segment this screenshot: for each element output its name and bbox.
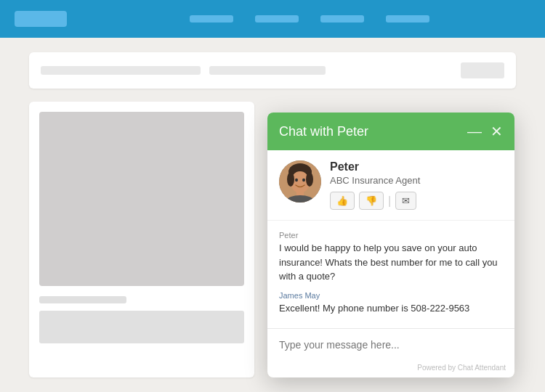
nav-item-4[interactable] [386, 15, 429, 23]
agent-profile: Peter ABC Insurance Agent 👍 👎 | ✉ [267, 150, 514, 221]
logo[interactable] [15, 11, 67, 27]
content-line-1 [39, 296, 126, 303]
agent-avatar [279, 160, 321, 203]
action-divider: | [388, 195, 391, 208]
minimize-button[interactable]: — [467, 124, 482, 139]
search-button[interactable] [461, 62, 504, 78]
chat-messages: Peter I would be happy to help you save … [267, 221, 514, 328]
message-1: Peter I would be happy to help you save … [279, 231, 503, 284]
agent-actions: 👍 👎 | ✉ [330, 192, 503, 210]
content-line-2 [39, 311, 244, 343]
thumbs-down-button[interactable]: 👎 [359, 192, 384, 210]
agent-name: Peter [330, 160, 503, 173]
agent-info: Peter ABC Insurance Agent 👍 👎 | ✉ [330, 160, 503, 210]
svg-point-6 [302, 179, 305, 181]
message-1-text: I would be happy to help you save on you… [279, 241, 503, 284]
email-button[interactable]: ✉ [395, 192, 416, 210]
message-2-sender: James May [279, 291, 503, 300]
nav-item-3[interactable] [320, 15, 364, 23]
agent-company: ABC Insurance Agent [330, 175, 503, 186]
thumbs-down-icon: 👎 [366, 195, 377, 206]
chat-input-area [267, 328, 514, 361]
content-image [39, 112, 244, 286]
top-navigation [0, 0, 545, 38]
main-content: Chat with Peter — ✕ [29, 102, 516, 377]
page-body: Chat with Peter — ✕ [0, 38, 545, 392]
nav-item-1[interactable] [190, 15, 233, 23]
svg-point-4 [306, 172, 313, 187]
thumbs-up-button[interactable]: 👍 [330, 192, 355, 210]
chat-widget: Chat with Peter — ✕ [267, 113, 514, 377]
message-2: James May Excellent! My phone number is … [279, 291, 503, 316]
thumbs-up-icon: 👍 [336, 195, 348, 206]
message-1-sender: Peter [279, 231, 503, 240]
nav-items [89, 15, 530, 23]
chat-input[interactable] [279, 336, 503, 354]
close-button[interactable]: ✕ [490, 123, 503, 140]
nav-item-2[interactable] [255, 15, 299, 23]
message-2-text: Excellent! My phone number is 508-222-95… [279, 301, 503, 316]
search-bar [29, 52, 516, 89]
chat-header: Chat with Peter — ✕ [267, 113, 514, 150]
search-placeholder-bar [41, 66, 201, 75]
chat-title: Chat with Peter [279, 124, 368, 139]
chat-controls: — ✕ [467, 123, 503, 140]
powered-by: Powered by Chat Attendant [267, 361, 514, 377]
search-placeholder-bar2 [209, 66, 326, 75]
svg-point-3 [287, 172, 294, 187]
content-card [29, 102, 254, 377]
email-icon: ✉ [402, 195, 410, 206]
svg-point-5 [295, 179, 298, 181]
